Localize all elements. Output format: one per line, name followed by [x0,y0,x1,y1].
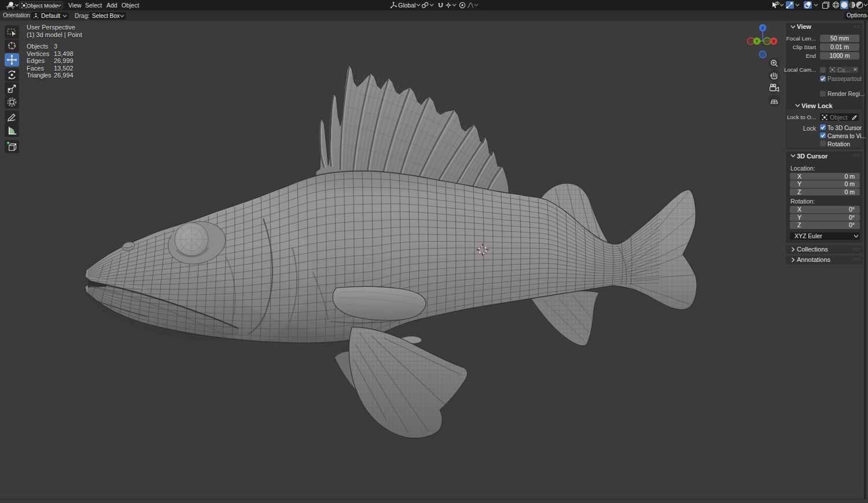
svg-text:Y: Y [755,39,758,44]
svg-text:X: X [772,39,775,44]
svg-text:Z: Z [762,25,764,31]
